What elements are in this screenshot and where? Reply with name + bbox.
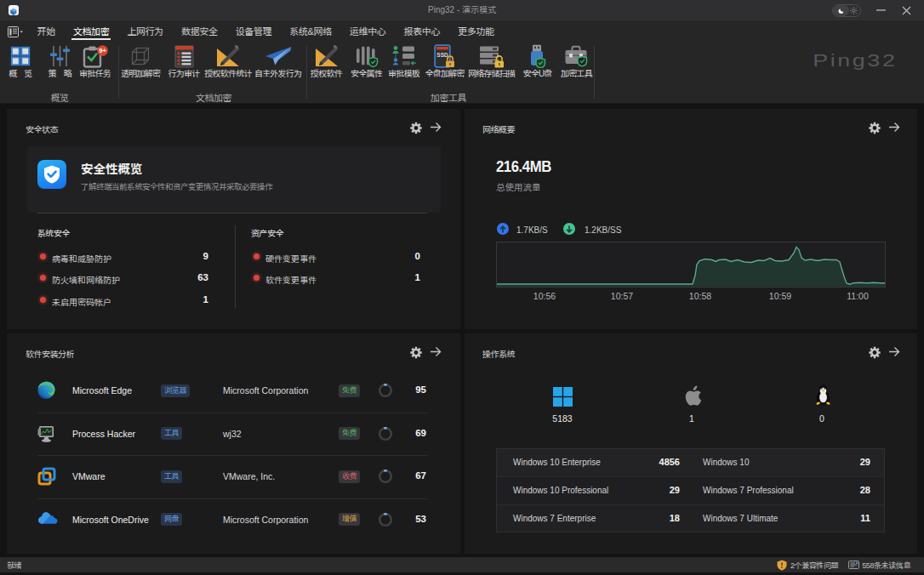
svg-text:SSD: SSD: [436, 52, 448, 58]
svg-text:9+: 9+: [99, 47, 106, 54]
